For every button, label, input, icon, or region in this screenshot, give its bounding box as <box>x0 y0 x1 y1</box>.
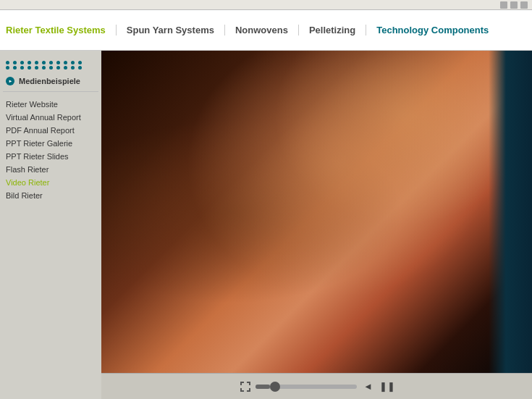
sidebar-expand-icon[interactable] <box>6 77 14 85</box>
nav-item-pelletizing[interactable]: Pelletizing <box>299 25 366 35</box>
sidebar-dots <box>0 56 101 74</box>
sidebar-link-video-rieter[interactable]: Video Rieter <box>0 176 101 189</box>
nav-item-rieter-textile[interactable]: Rieter Textile Systems <box>6 25 117 35</box>
sidebar-link-pdf-annual-report[interactable]: PDF Annual Report <box>0 124 101 137</box>
sidebar-link-ppt-rieter-galerie[interactable]: PPT Rieter Galerie <box>0 137 101 150</box>
nav-item-technology-components[interactable]: Technology Components <box>366 25 499 35</box>
main-content: Medienbeispiele Rieter Website Virtual A… <box>0 51 532 399</box>
sidebar: Medienbeispiele Rieter Website Virtual A… <box>0 51 101 399</box>
sidebar-link-bild-rieter[interactable]: Bild Rieter <box>0 189 101 202</box>
sidebar-section-title: Medienbeispiele <box>19 77 80 85</box>
top-bar <box>0 0 532 10</box>
sidebar-link-flash-rieter[interactable]: Flash Rieter <box>0 163 101 176</box>
video-area: ◄ ❚❚ <box>101 51 532 399</box>
sidebar-divider <box>3 91 98 92</box>
progress-thumb[interactable] <box>270 382 280 392</box>
close-icon[interactable] <box>520 1 528 9</box>
progress-bar[interactable] <box>256 385 357 389</box>
sidebar-link-virtual-annual-report[interactable]: Virtual Annual Report <box>0 111 101 124</box>
rewind-button[interactable]: ◄ <box>361 379 376 394</box>
minimize-icon[interactable] <box>500 1 507 9</box>
sidebar-link-ppt-rieter-slides[interactable]: PPT Rieter Slides <box>0 150 101 163</box>
nav-item-nonwovens[interactable]: Nonwovens <box>225 25 299 35</box>
sidebar-section-header: Medienbeispiele <box>0 74 101 91</box>
controls-bar: ◄ ❚❚ <box>101 373 532 399</box>
pause-button[interactable]: ❚❚ <box>380 379 394 394</box>
expand-button[interactable] <box>240 381 251 392</box>
nav-bar: Rieter Textile Systems Spun Yarn Systems… <box>0 10 532 51</box>
nav-item-spun-yarn[interactable]: Spun Yarn Systems <box>117 25 225 35</box>
video-content <box>101 51 532 373</box>
maximize-icon[interactable] <box>510 1 518 9</box>
video-frame <box>101 51 532 373</box>
progress-fill <box>256 385 270 389</box>
sidebar-link-rieter-website[interactable]: Rieter Website <box>0 98 101 111</box>
